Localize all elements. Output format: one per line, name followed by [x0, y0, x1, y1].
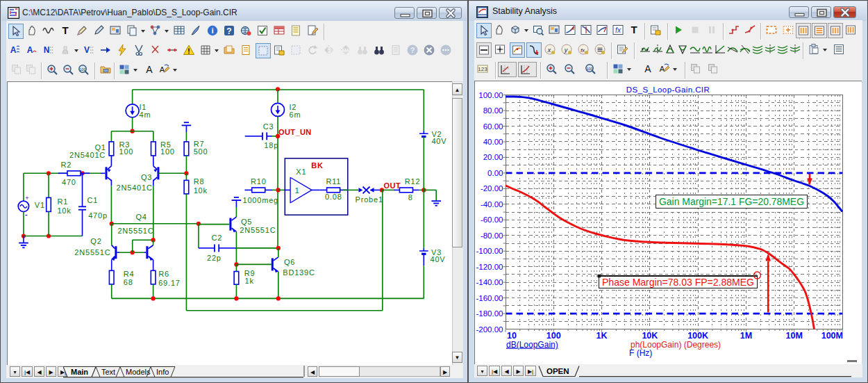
svg-text:2N5551C: 2N5551C	[240, 226, 276, 234]
svg-text:1k: 1k	[245, 277, 254, 285]
svg-text:Q2: Q2	[90, 237, 101, 245]
svg-text:68: 68	[124, 278, 133, 286]
svg-text:500: 500	[194, 147, 208, 156]
svg-text:OUT_UN: OUT_UN	[278, 128, 312, 136]
svg-text:1: 1	[295, 186, 299, 195]
svg-text:OPEN: OPEN	[546, 367, 569, 375]
svg-text:2N5551C: 2N5551C	[117, 227, 153, 235]
svg-text:18p: 18p	[264, 141, 278, 149]
svg-text:R1: R1	[57, 197, 68, 206]
svg-text:R11: R11	[326, 177, 342, 186]
svg-text:1000meg: 1000meg	[243, 196, 278, 204]
svg-text:123: 123	[478, 66, 487, 72]
svg-text:R6: R6	[158, 270, 169, 278]
svg-text:2N5401C: 2N5401C	[117, 184, 153, 192]
svg-text:OUT: OUT	[384, 181, 401, 190]
svg-text:100: 100	[160, 147, 175, 156]
svg-text:x: x	[547, 47, 551, 54]
svg-text:Q5: Q5	[241, 218, 252, 226]
svg-text:470p: 470p	[88, 211, 108, 220]
svg-text:A: A	[660, 65, 665, 73]
svg-text:C1: C1	[87, 196, 99, 204]
svg-text:Q4: Q4	[136, 213, 147, 221]
svg-text:69.17: 69.17	[158, 279, 181, 287]
svg-text:6m: 6m	[290, 111, 301, 119]
svg-text:R12: R12	[405, 177, 421, 186]
svg-text:10k: 10k	[194, 186, 208, 195]
svg-text:BD139C: BD139C	[283, 268, 315, 277]
svg-text:40V: 40V	[431, 255, 446, 263]
svg-text:BK: BK	[311, 161, 324, 170]
svg-text:R7: R7	[194, 140, 205, 148]
svg-text:R2: R2	[60, 161, 72, 169]
svg-text:y: y	[564, 47, 568, 54]
svg-text:2N5551C: 2N5551C	[74, 248, 110, 256]
svg-text:100: 100	[119, 147, 134, 156]
svg-text:470: 470	[62, 178, 76, 186]
svg-text:10k: 10k	[57, 206, 71, 215]
svg-text:22p: 22p	[207, 254, 222, 262]
svg-text:T: T	[631, 24, 637, 35]
svg-text:Probe1: Probe1	[356, 195, 383, 204]
svg-text:Q3: Q3	[141, 173, 152, 181]
svg-text:8: 8	[408, 193, 413, 202]
svg-text:fx: fx	[615, 26, 621, 34]
svg-text:2N5401C: 2N5401C	[69, 151, 106, 159]
svg-text:Q6: Q6	[284, 258, 295, 266]
svg-text:C3: C3	[263, 122, 274, 131]
svg-text:C2: C2	[212, 234, 223, 242]
svg-text:V1: V1	[35, 201, 45, 209]
svg-text:100: 100	[586, 67, 592, 71]
svg-text:R8: R8	[194, 177, 205, 186]
svg-text:A: A	[644, 63, 651, 74]
svg-text:R10: R10	[251, 177, 267, 186]
svg-text:X1: X1	[296, 168, 306, 176]
svg-text:4m: 4m	[140, 111, 151, 119]
svg-text:+: +	[25, 195, 28, 202]
svg-text:0.08: 0.08	[325, 193, 342, 201]
svg-text:40V: 40V	[431, 137, 446, 145]
svg-text:R4: R4	[124, 270, 135, 278]
svg-text:-: -	[25, 210, 28, 220]
